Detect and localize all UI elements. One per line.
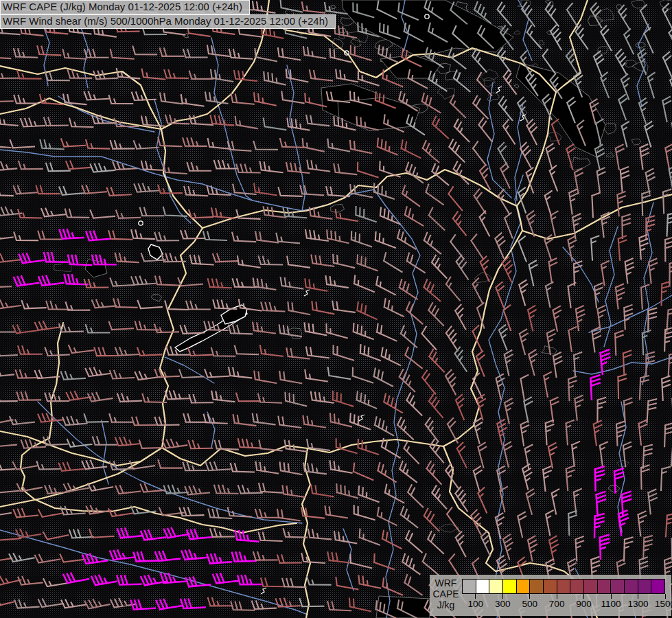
wind-barb [351, 464, 376, 480]
wind-barb [16, 527, 40, 538]
wind-barb [331, 255, 356, 268]
wind-barb [301, 553, 325, 563]
wind-barb [46, 163, 70, 171]
wind-barb [0, 49, 11, 58]
wind-barb [278, 325, 303, 336]
wind-barb [14, 599, 38, 608]
wind-barb [568, 236, 580, 261]
wind-barb [599, 442, 610, 467]
wind-barb [115, 253, 139, 262]
wind-barb [526, 489, 540, 514]
wind-barb [283, 393, 308, 407]
wind-barb [91, 162, 115, 172]
legend-color-cell [489, 580, 502, 593]
wind-barb [130, 458, 154, 469]
wind-barb [496, 3, 517, 26]
wind-barb [669, 352, 672, 376]
wind-barb [421, 141, 444, 162]
wind-barb [214, 485, 238, 494]
wind-barb [60, 229, 84, 239]
wind-barb [549, 25, 568, 50]
wind-barb [280, 139, 304, 148]
wind-barb [0, 393, 17, 401]
wind-barb [155, 550, 180, 562]
wind-barb [86, 230, 111, 241]
wind-barb [590, 3, 608, 27]
light-wind-arrow-icon [359, 415, 364, 421]
wind-barb [306, 161, 331, 172]
wind-barb [357, 529, 382, 545]
wind-barb [661, 466, 670, 490]
wind-barb [38, 596, 63, 608]
wind-barb [454, 305, 472, 330]
wind-barb [477, 118, 498, 141]
wind-barb [590, 376, 601, 400]
wind-barb [67, 389, 91, 401]
wind-barb [354, 207, 378, 222]
wind-barb [662, 376, 671, 400]
wind-barb [310, 255, 335, 266]
wind-barb [62, 95, 86, 105]
wind-barb [663, 190, 672, 214]
wind-barb [379, 348, 404, 366]
legend-tick-label: 100 [467, 599, 483, 609]
wind-barb [594, 514, 604, 538]
wind-barb [13, 323, 38, 334]
wind-barb [426, 531, 449, 553]
legend-color-cell [570, 580, 583, 593]
wind-barb [238, 485, 262, 494]
wind-barb [504, 213, 520, 238]
wind-barb [155, 277, 179, 286]
weather-map [0, 0, 672, 618]
wind-barb [639, 235, 649, 259]
wind-barb [110, 49, 134, 59]
wind-barb [334, 70, 359, 82]
wind-barb [307, 577, 331, 585]
wind-barb [38, 412, 62, 422]
wind-barb [357, 575, 382, 588]
wind-barb [211, 348, 235, 356]
wind-barb [355, 255, 380, 271]
wind-barb [235, 346, 259, 355]
wind-barb [382, 253, 406, 272]
wind-barb [305, 115, 329, 126]
wind-barb [427, 303, 449, 325]
wind-barb [327, 367, 351, 379]
wind-barb [66, 159, 90, 169]
wind-barb [380, 578, 405, 595]
wind-barb [456, 443, 474, 468]
wind-barb [183, 138, 207, 146]
blobs-layer [85, 0, 605, 618]
wind-barb [470, 234, 489, 258]
wind-barb [277, 555, 301, 563]
wind-barb [69, 343, 93, 354]
wind-barb [45, 393, 69, 401]
wind-barb [568, 283, 579, 308]
wind-barb [371, 368, 396, 386]
wind-barb [662, 97, 672, 122]
wind-barb [131, 275, 155, 285]
wind-barb [204, 92, 229, 103]
wind-barb [648, 490, 658, 514]
wind-barb [63, 570, 88, 583]
wind-barb [452, 70, 475, 91]
wind-barb [325, 230, 350, 243]
wind-barb [591, 236, 601, 260]
wind-barb [546, 144, 560, 168]
wind-barb [203, 231, 227, 240]
wind-barb [445, 327, 465, 351]
wind-barb [666, 513, 672, 537]
wind-barb [600, 535, 610, 559]
wind-barb [234, 117, 259, 128]
wind-barb [84, 279, 108, 288]
wind-barb [45, 72, 69, 80]
wind-barb [259, 345, 284, 356]
wind-barb [91, 573, 116, 586]
wind-barb [568, 376, 577, 400]
wind-barb [159, 93, 184, 104]
wind-barb [518, 236, 533, 261]
legend-color-cell [516, 580, 530, 593]
wind-barb [279, 277, 304, 288]
wind-barb [206, 461, 230, 471]
wind-barb [207, 279, 231, 288]
